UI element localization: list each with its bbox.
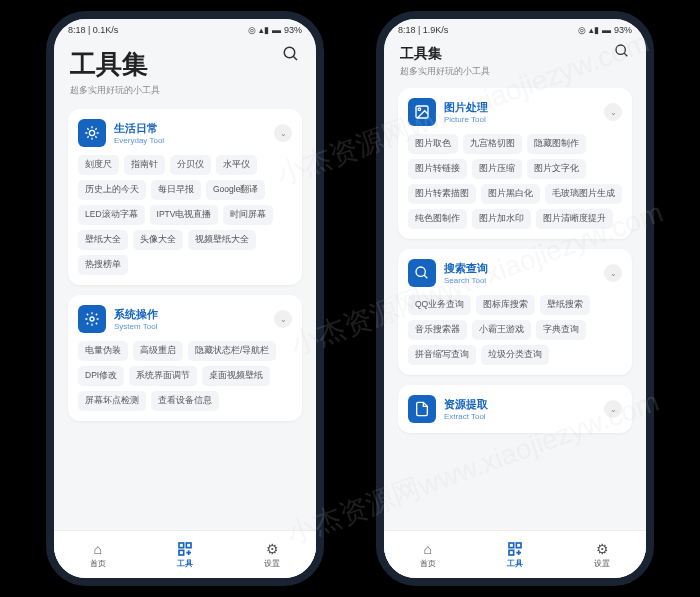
- status-time: 8:18 | 1.9K/s: [398, 25, 448, 35]
- status-battery: ◎▴▮▬93%: [578, 25, 632, 35]
- tool-tag[interactable]: 图片转素描图: [408, 184, 476, 204]
- tool-tag[interactable]: 图片转链接: [408, 159, 467, 179]
- gear-icon: ⚙: [266, 541, 279, 557]
- tool-tag[interactable]: 查看设备信息: [151, 391, 219, 411]
- chevron-down-icon[interactable]: ⌄: [604, 400, 622, 418]
- tag-list: QQ业务查询图标库搜索壁纸搜索音乐搜索器小霸王游戏字典查询拼音缩写查询垃圾分类查…: [408, 295, 622, 365]
- svg-point-0: [284, 47, 295, 58]
- tool-tag[interactable]: 拼音缩写查询: [408, 345, 476, 365]
- home-icon: ⌂: [423, 541, 431, 557]
- tool-tag[interactable]: 刻度尺: [78, 155, 119, 175]
- tool-tag[interactable]: 壁纸大全: [78, 230, 128, 250]
- tool-tag[interactable]: 图片黑白化: [481, 184, 540, 204]
- section-title: 生活日常: [114, 121, 266, 136]
- file-icon: [408, 395, 436, 423]
- svg-line-16: [624, 53, 627, 56]
- tool-tag[interactable]: QQ业务查询: [408, 295, 471, 315]
- section-picture: 图片处理 Picture Tool ⌄ 图片取色九宫格切图隐藏图制作图片转链接图…: [398, 88, 632, 239]
- section-subtitle: Picture Tool: [444, 115, 596, 124]
- chevron-down-icon[interactable]: ⌄: [604, 103, 622, 121]
- page-header: 工具集 超多实用好玩的小工具: [384, 41, 646, 80]
- tool-tag[interactable]: 图片清晰度提升: [536, 209, 613, 229]
- page-header: 工具集 超多实用好玩的小工具: [54, 41, 316, 101]
- svg-line-1: [293, 56, 297, 60]
- tool-tag[interactable]: 九宫格切图: [463, 134, 522, 154]
- tool-tag[interactable]: 热搜榜单: [78, 255, 128, 275]
- nav-tools[interactable]: 工具: [177, 541, 193, 569]
- tool-tag[interactable]: 图标库搜索: [476, 295, 535, 315]
- tag-list: 图片取色九宫格切图隐藏图制作图片转链接图片压缩图片文字化图片转素描图图片黑白化毛…: [408, 134, 622, 229]
- svg-line-9: [87, 136, 88, 137]
- section-extract: 资源提取 Extract Tool ⌄: [398, 385, 632, 433]
- tool-tag[interactable]: IPTV电视直播: [150, 205, 219, 225]
- tool-tag[interactable]: 图片加水印: [472, 209, 531, 229]
- tool-tag[interactable]: 高级重启: [133, 341, 183, 361]
- tool-tag[interactable]: 图片压缩: [472, 159, 522, 179]
- nav-settings[interactable]: ⚙ 设置: [264, 541, 280, 569]
- tool-tag[interactable]: 隐藏图制作: [527, 134, 586, 154]
- svg-point-15: [616, 45, 625, 54]
- svg-point-19: [416, 267, 425, 276]
- section-title: 资源提取: [444, 397, 596, 412]
- bottom-nav: ⌂ 首页 工具 ⚙ 设置: [384, 530, 646, 578]
- tool-tag[interactable]: 分贝仪: [170, 155, 211, 175]
- tool-tag[interactable]: 每日早报: [151, 180, 201, 200]
- chevron-down-icon[interactable]: ⌄: [274, 124, 292, 142]
- tool-tag[interactable]: 纯色图制作: [408, 209, 467, 229]
- section-title: 图片处理: [444, 100, 596, 115]
- section-title: 系统操作: [114, 307, 266, 322]
- tool-tag[interactable]: 毛玻璃图片生成: [545, 184, 622, 204]
- svg-rect-13: [186, 543, 191, 548]
- tool-tag[interactable]: 图片取色: [408, 134, 458, 154]
- nav-tools[interactable]: 工具: [507, 541, 523, 569]
- svg-line-8: [95, 136, 96, 137]
- tool-tag[interactable]: 历史上的今天: [78, 180, 146, 200]
- tool-tag[interactable]: 字典查询: [536, 320, 586, 340]
- chevron-down-icon[interactable]: ⌄: [604, 264, 622, 282]
- svg-point-11: [90, 317, 94, 321]
- tool-tag[interactable]: 水平仪: [216, 155, 257, 175]
- tool-tag[interactable]: LED滚动字幕: [78, 205, 145, 225]
- section-search: 搜索查询 Search Tool ⌄ QQ业务查询图标库搜索壁纸搜索音乐搜索器小…: [398, 249, 632, 375]
- section-subtitle: Everyday Tool: [114, 136, 266, 145]
- section-system: 系统操作 System Tool ⌄ 电量伪装高级重启隐藏状态栏/导航栏DPI修…: [68, 295, 302, 421]
- section-subtitle: System Tool: [114, 322, 266, 331]
- tag-list: 电量伪装高级重启隐藏状态栏/导航栏DPI修改系统界面调节桌面视频壁纸屏幕坏点检测…: [78, 341, 292, 411]
- chevron-down-icon[interactable]: ⌄: [274, 310, 292, 328]
- tool-tag[interactable]: 视频壁纸大全: [188, 230, 256, 250]
- tool-tag[interactable]: Google翻译: [206, 180, 265, 200]
- tool-tag[interactable]: 屏幕坏点检测: [78, 391, 146, 411]
- home-icon: ⌂: [93, 541, 101, 557]
- content-area: 图片处理 Picture Tool ⌄ 图片取色九宫格切图隐藏图制作图片转链接图…: [384, 80, 646, 530]
- section-title: 搜索查询: [444, 261, 596, 276]
- tool-tag[interactable]: 垃圾分类查询: [481, 345, 549, 365]
- tool-tag[interactable]: 音乐搜索器: [408, 320, 467, 340]
- nav-home[interactable]: ⌂ 首页: [90, 541, 106, 569]
- search-icon[interactable]: [282, 45, 300, 63]
- svg-line-7: [87, 128, 88, 129]
- status-time: 8:18 | 0.1K/s: [68, 25, 118, 35]
- tool-tag[interactable]: 隐藏状态栏/导航栏: [188, 341, 276, 361]
- tool-tag[interactable]: DPI修改: [78, 366, 124, 386]
- page-subtitle: 超多实用好玩的小工具: [70, 84, 300, 97]
- tool-tag[interactable]: 小霸王游戏: [472, 320, 531, 340]
- nav-home[interactable]: ⌂ 首页: [420, 541, 436, 569]
- section-everyday: 生活日常 Everyday Tool ⌄ 刻度尺指南针分贝仪水平仪历史上的今天每…: [68, 109, 302, 285]
- tag-list: 刻度尺指南针分贝仪水平仪历史上的今天每日早报Google翻译LED滚动字幕IPT…: [78, 155, 292, 275]
- tool-tag[interactable]: 系统界面调节: [129, 366, 197, 386]
- svg-rect-21: [509, 543, 514, 548]
- tool-tag[interactable]: 头像大全: [133, 230, 183, 250]
- page-subtitle: 超多实用好玩的小工具: [400, 65, 630, 78]
- sun-icon: [78, 119, 106, 147]
- tool-tag[interactable]: 电量伪装: [78, 341, 128, 361]
- phone-left: 8:18 | 0.1K/s ◎▴▮▬93% 工具集 超多实用好玩的小工具 生活日…: [46, 11, 324, 586]
- tool-tag[interactable]: 图片文字化: [527, 159, 586, 179]
- phone-right: 8:18 | 1.9K/s ◎▴▮▬93% 工具集 超多实用好玩的小工具 图片处…: [376, 11, 654, 586]
- tool-tag[interactable]: 指南针: [124, 155, 165, 175]
- tool-tag[interactable]: 时间屏幕: [223, 205, 273, 225]
- tool-tag[interactable]: 桌面视频壁纸: [202, 366, 270, 386]
- status-bar: 8:18 | 1.9K/s ◎▴▮▬93%: [384, 19, 646, 41]
- tool-tag[interactable]: 壁纸搜索: [540, 295, 590, 315]
- nav-settings[interactable]: ⚙ 设置: [594, 541, 610, 569]
- search-icon[interactable]: [614, 43, 630, 59]
